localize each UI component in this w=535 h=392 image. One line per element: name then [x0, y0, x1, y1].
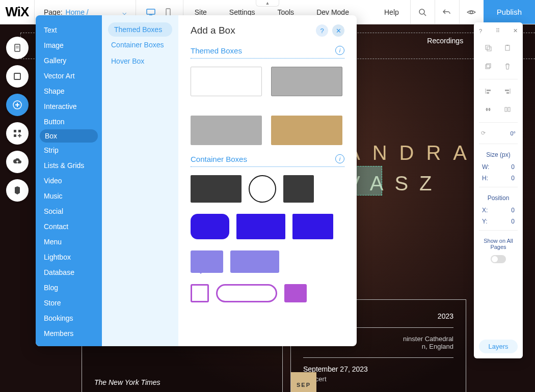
cat-text[interactable]: Text — [36, 22, 102, 38]
cat-vector[interactable]: Vector Art — [36, 68, 102, 83]
cat-contact[interactable]: Contact — [36, 219, 102, 234]
props-tool-row — [479, 39, 518, 58]
subcategory-column: Themed Boxes Container Boxes Hover Box — [102, 15, 178, 346]
cat-blog[interactable]: Blog — [36, 280, 102, 295]
add-button[interactable] — [6, 94, 29, 116]
info-icon[interactable]: i — [335, 154, 344, 163]
container-row — [191, 175, 344, 203]
pages-button[interactable] — [6, 37, 29, 59]
cat-lists[interactable]: Lists & Grids — [36, 158, 102, 173]
cat-lightbox[interactable]: Lightbox — [36, 249, 102, 265]
publish-button[interactable]: Publish — [484, 0, 535, 24]
divider — [479, 230, 518, 231]
themed-box-1[interactable] — [191, 67, 262, 96]
quote-source: The New York Times — [94, 378, 270, 386]
apps-button[interactable] — [6, 122, 29, 145]
container-box-5[interactable] — [236, 214, 285, 239]
section-themed: Themed Boxes i — [191, 46, 344, 59]
wix-logo[interactable]: WiX — [0, 0, 35, 24]
search-icon[interactable] — [410, 0, 435, 24]
distribute-v-icon[interactable] — [504, 106, 512, 114]
panel-header: Add a Box ? ✕ — [191, 24, 344, 37]
menu-help[interactable]: Help — [373, 8, 410, 16]
themed-box-2[interactable] — [271, 67, 342, 96]
info-icon[interactable]: i — [335, 46, 344, 55]
container-box-1[interactable] — [191, 175, 242, 203]
x-field[interactable]: X:0 — [479, 205, 518, 216]
help-icon[interactable]: ? — [316, 24, 328, 37]
themed-box-3[interactable] — [191, 116, 262, 145]
preview-icon[interactable] — [459, 0, 484, 24]
height-field[interactable]: H:0 — [479, 173, 518, 184]
props-header: ? ⠿ ✕ — [479, 27, 518, 34]
rotate-icon[interactable]: ⟳ — [481, 130, 486, 136]
blog-button[interactable] — [6, 179, 29, 202]
container-pill[interactable] — [216, 284, 277, 302]
properties-panel: ? ⠿ ✕ ⟳ 0° Size (px) W:0 H:0 Position X:… — [474, 22, 523, 358]
container-row — [191, 250, 344, 273]
close-icon[interactable]: ✕ — [332, 24, 344, 37]
cat-members[interactable]: Members — [36, 326, 102, 341]
cat-video[interactable]: Video — [36, 173, 102, 188]
svg-rect-16 — [486, 45, 490, 49]
container-circle[interactable] — [249, 175, 276, 203]
cat-store[interactable]: Store — [36, 295, 102, 311]
topbar-drag-handle[interactable]: ▲ — [256, 0, 279, 7]
divider — [479, 122, 518, 123]
rotation-value[interactable]: 0° — [510, 130, 516, 136]
container-box-8[interactable] — [230, 250, 279, 273]
cat-gallery[interactable]: Gallery — [36, 53, 102, 68]
duplicate-icon[interactable] — [485, 63, 493, 71]
rotation-row: ⟳ 0° — [479, 126, 518, 141]
cat-shape[interactable]: Shape — [36, 83, 102, 99]
sub-container[interactable]: Container Boxes — [102, 37, 178, 53]
themed-box-4[interactable] — [271, 116, 342, 145]
background-button[interactable] — [6, 65, 29, 88]
nav-recordings[interactable]: Recordings — [427, 37, 463, 45]
container-box-11[interactable] — [284, 284, 307, 302]
y-field[interactable]: Y:0 — [479, 216, 518, 227]
cat-social[interactable]: Social — [36, 204, 102, 219]
align-right-icon[interactable] — [504, 88, 512, 96]
width-field[interactable]: W:0 — [479, 161, 518, 173]
svg-rect-30 — [489, 108, 490, 111]
svg-line-4 — [424, 14, 426, 16]
cat-strip[interactable]: Strip — [36, 143, 102, 158]
cat-box[interactable]: Box — [40, 129, 98, 143]
sub-themed[interactable]: Themed Boxes — [108, 22, 172, 37]
container-box-6[interactable] — [292, 214, 333, 239]
container-speech[interactable] — [191, 250, 223, 273]
undo-icon[interactable] — [435, 0, 459, 24]
layers-button[interactable]: Layers — [479, 340, 518, 353]
cat-music[interactable]: Music — [36, 188, 102, 204]
align-left-icon[interactable] — [485, 88, 493, 96]
container-box-3[interactable] — [283, 175, 314, 203]
svg-rect-26 — [505, 90, 509, 91]
hero-text-1[interactable]: ANDRA — [346, 142, 479, 164]
drag-handle-icon[interactable]: ⠿ — [496, 27, 500, 34]
divider — [479, 187, 518, 187]
container-row — [191, 284, 344, 302]
cat-image[interactable]: Image — [36, 38, 102, 53]
show-all-pages-toggle[interactable] — [491, 255, 506, 263]
svg-rect-24 — [487, 92, 489, 94]
props-close-icon[interactable]: ✕ — [513, 27, 518, 34]
svg-point-3 — [419, 9, 424, 14]
container-outline-sq[interactable] — [191, 284, 209, 302]
copy-icon[interactable] — [485, 44, 493, 52]
cat-database[interactable]: Database — [36, 265, 102, 280]
distribute-h-icon[interactable] — [485, 106, 493, 114]
props-help-icon[interactable]: ? — [479, 28, 482, 34]
uploads-button[interactable] — [6, 151, 29, 173]
divider — [303, 357, 453, 358]
delete-icon[interactable] — [504, 63, 512, 71]
paste-icon[interactable] — [504, 44, 512, 52]
show-label: Show on All Pages — [479, 238, 518, 250]
cat-button[interactable]: Button — [36, 114, 102, 129]
cat-menu[interactable]: Menu — [36, 234, 102, 249]
sub-hover[interactable]: Hover Box — [102, 53, 178, 69]
cat-bookings[interactable]: Bookings — [36, 311, 102, 326]
cat-more[interactable]: More — [36, 341, 102, 346]
cat-interactive[interactable]: Interactive — [36, 99, 102, 114]
container-rounded[interactable] — [191, 214, 229, 239]
